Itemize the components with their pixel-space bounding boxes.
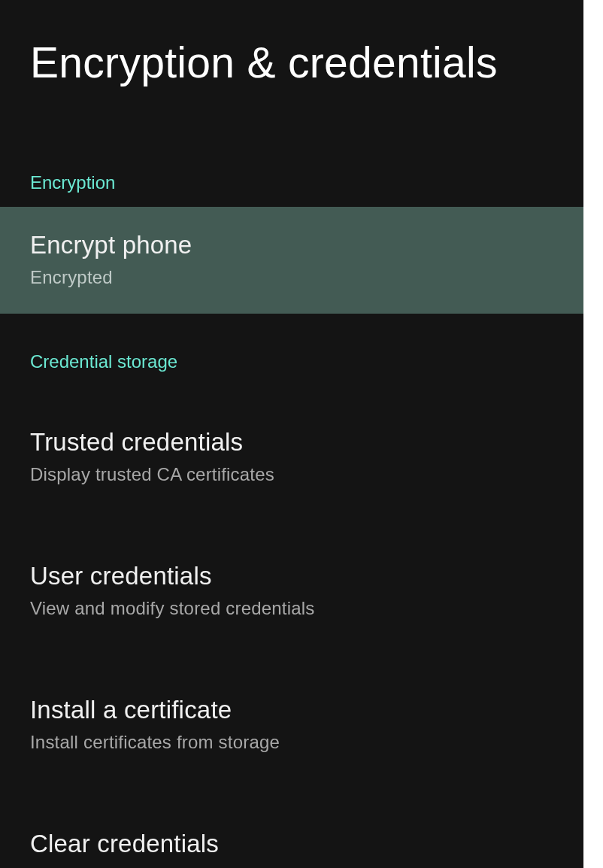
item-title: Encrypt phone	[30, 231, 553, 259]
section-header-encryption: Encryption	[0, 172, 583, 193]
page-title: Encryption & credentials	[0, 0, 583, 90]
item-subtitle: Install certificates from storage	[30, 732, 553, 753]
settings-panel: Encryption & credentials Encryption Encr…	[0, 0, 583, 868]
item-user-credentials[interactable]: User credentials View and modify stored …	[0, 541, 583, 642]
item-title: User credentials	[30, 562, 553, 590]
item-title: Install a certificate	[30, 696, 553, 724]
background-page: ro e oc N-	[583, 0, 603, 868]
item-encrypt-phone[interactable]: Encrypt phone Encrypted	[0, 207, 583, 314]
section-header-credential-storage: Credential storage	[0, 351, 583, 372]
item-title: Clear credentials	[30, 830, 553, 858]
item-title: Trusted credentials	[30, 428, 553, 457]
item-trusted-credentials[interactable]: Trusted credentials Display trusted CA c…	[0, 407, 583, 508]
item-clear-credentials[interactable]: Clear credentials Remove all certificate…	[0, 809, 583, 868]
item-subtitle: View and modify stored credentials	[30, 598, 553, 619]
item-install-certificate[interactable]: Install a certificate Install certificat…	[0, 675, 583, 775]
item-subtitle: Encrypted	[30, 267, 553, 288]
item-subtitle: Display trusted CA certificates	[30, 464, 553, 485]
